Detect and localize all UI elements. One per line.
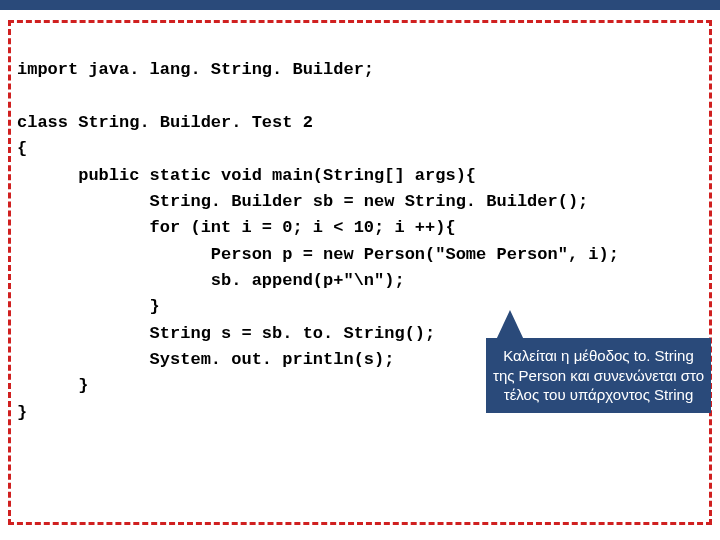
code-line: { xyxy=(17,139,27,158)
code-line: } xyxy=(17,403,27,422)
code-line: String. Builder sb = new String. Builder… xyxy=(17,192,588,211)
code-line: Person p = new Person("Some Person", i); xyxy=(17,245,619,264)
code-line: for (int i = 0; i < 10; i ++){ xyxy=(17,218,456,237)
callout: Καλείται η μέθοδος to. String της Person… xyxy=(486,338,711,413)
code-line: String s = sb. to. String(); xyxy=(17,324,435,343)
code-line: public static void main(String[] args){ xyxy=(17,166,476,185)
code-line: System. out. println(s); xyxy=(17,350,394,369)
code-line: } xyxy=(17,297,160,316)
header-bar xyxy=(0,0,720,10)
code-frame: import java. lang. String. Builder; clas… xyxy=(8,20,712,525)
callout-pointer-icon xyxy=(496,310,524,340)
code-line: sb. append(p+"\n"); xyxy=(17,271,405,290)
code-line: import java. lang. String. Builder; xyxy=(17,60,374,79)
code-line: class String. Builder. Test 2 xyxy=(17,113,313,132)
code-line: } xyxy=(17,376,88,395)
callout-text: Καλείται η μέθοδος to. String της Person… xyxy=(486,338,711,413)
